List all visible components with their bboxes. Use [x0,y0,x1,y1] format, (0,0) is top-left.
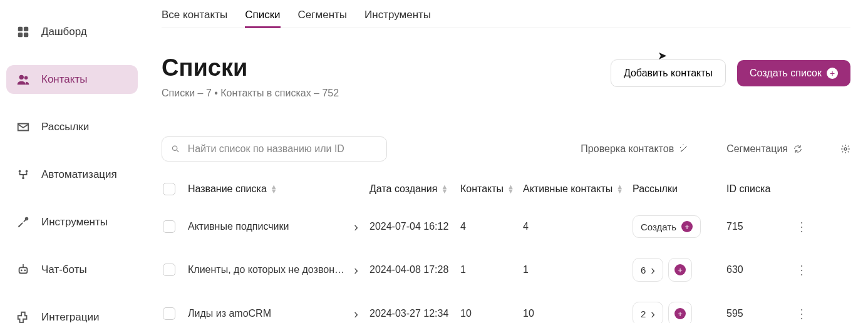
chevron-right-icon: › [354,264,358,276]
chevron-right-icon: › [651,307,655,320]
settings-button[interactable] [840,144,850,154]
sidebar-item-tools[interactable]: Инструменты [6,208,138,237]
tab-tools[interactable]: Инструменты [364,4,431,28]
tabs: Все контакты Списки Сегменты Инструменты [162,0,850,28]
column-contacts[interactable]: Контакты▲▼ [460,183,523,195]
search-input[interactable] [188,143,378,155]
search-icon [171,144,180,154]
tab-lists[interactable]: Списки [245,4,280,28]
create-mailing-button[interactable]: Создать + [633,215,701,238]
search-box[interactable] [162,136,387,162]
toolbar: Проверка контактов Сегментация [162,136,850,162]
row-contacts: 4 [460,221,523,232]
chevron-right-icon: › [354,220,358,233]
plus-icon: + [681,221,693,232]
main-content: Все контакты Списки Сегменты Инструменты… [144,0,868,323]
row-contacts: 10 [460,308,523,319]
dashboard-icon [16,25,30,39]
svg-point-5 [24,76,28,80]
create-list-button[interactable]: Создать список + [737,60,850,86]
page-header: Списки Списки – 7 • Контакты в списках –… [162,54,850,99]
svg-point-8 [22,177,24,180]
column-active[interactable]: Активные контакты▲▼ [523,183,633,195]
bot-icon [16,263,30,277]
segmentation-link[interactable]: Сегментация [726,143,803,155]
row-checkbox[interactable] [163,307,175,320]
sidebar-item-automation[interactable]: Автоматизация [6,160,138,189]
row-menu-button[interactable]: ⋮ [789,219,808,234]
table-row: Клиенты, до которых не дозвонились › 202… [162,248,850,292]
sidebar-item-integrations[interactable]: Интеграции [6,303,138,323]
row-checkbox[interactable] [163,220,175,233]
sort-icon: ▲▼ [507,185,514,193]
sidebar-item-label: Контакты [41,73,87,86]
svg-rect-10 [19,267,28,273]
column-mailings: Рассылки [633,183,726,195]
row-date: 2024-07-04 16:12 [369,221,460,232]
svg-point-16 [172,146,177,150]
row-name-cell[interactable]: Лиды из amoCRM › [188,307,369,320]
row-active: 1 [523,264,633,275]
sidebar-item-dashboard[interactable]: Дашборд [6,18,138,46]
svg-point-4 [19,75,24,79]
add-mailing-button[interactable]: + [668,302,692,323]
svg-point-6 [19,170,21,173]
svg-point-13 [23,264,24,265]
sidebar-item-label: Рассылки [41,121,89,133]
plus-icon: + [674,308,686,319]
sidebar-item-contacts[interactable]: Контакты [6,65,138,94]
lists-table: Название списка▲▼ Дата создания▲▼ Контак… [162,173,850,323]
row-name-cell[interactable]: Клиенты, до которых не дозвонились › [188,264,369,276]
plus-icon: + [674,264,686,275]
svg-point-11 [21,270,23,272]
page-subtitle: Списки – 7 • Контакты в списках – 752 [162,88,339,99]
contact-check-link[interactable]: Проверка контактов [581,143,689,155]
sidebar-item-label: Дашборд [41,26,87,38]
select-all-checkbox[interactable] [163,183,175,195]
svg-point-12 [24,270,26,272]
mailings-count-button[interactable]: 6 › [633,258,663,282]
row-checkbox[interactable] [163,264,175,276]
row-id: 630 [726,264,789,275]
sidebar-item-label: Чат-боты [41,264,87,276]
sort-icon: ▲▼ [441,185,448,193]
chevron-right-icon: › [651,264,655,276]
column-name[interactable]: Название списка▲▼ [188,183,369,195]
mail-icon [16,120,30,134]
row-id: 595 [726,308,789,319]
sidebar-item-label: Инструменты [41,216,108,228]
row-active: 4 [523,221,633,232]
row-name-cell[interactable]: Активные подписчики › [188,220,369,233]
row-date: 2024-04-08 17:28 [369,264,460,275]
integrations-icon [16,310,30,323]
sidebar: Дашборд Контакты Рассылки Автоматизация … [0,0,144,323]
row-menu-button[interactable]: ⋮ [789,262,808,277]
column-date[interactable]: Дата создания▲▼ [369,183,460,195]
tab-segments[interactable]: Сегменты [298,4,347,28]
table-header: Название списка▲▼ Дата создания▲▼ Контак… [162,173,850,205]
button-label: Создать список [750,68,822,79]
row-menu-button[interactable]: ⋮ [789,306,808,321]
sidebar-item-mailings[interactable]: Рассылки [6,113,138,141]
gear-icon [840,144,850,154]
people-icon [16,73,30,86]
row-date: 2024-03-27 12:34 [369,308,460,319]
add-mailing-button[interactable]: + [668,258,692,282]
row-contacts: 1 [460,264,523,275]
plus-icon: + [827,68,838,79]
table-row: Лиды из amoCRM › 2024-03-27 12:34 10 10 … [162,292,850,323]
row-active: 10 [523,308,633,319]
table-row: Активные подписчики › 2024-07-04 16:12 4… [162,205,850,248]
mailings-count-button[interactable]: 2 › [633,302,663,323]
svg-rect-3 [24,33,28,37]
add-contacts-button[interactable]: Добавить контакты [611,59,726,87]
refresh-icon [793,144,803,154]
tab-all-contacts[interactable]: Все контакты [162,4,227,28]
page-title: Списки [162,54,339,81]
sidebar-item-label: Интеграции [41,311,100,323]
svg-rect-2 [18,33,23,37]
svg-point-17 [844,148,847,150]
sidebar-item-chatbots[interactable]: Чат-боты [6,255,138,284]
row-id: 715 [726,221,789,232]
chevron-right-icon: › [354,307,358,320]
